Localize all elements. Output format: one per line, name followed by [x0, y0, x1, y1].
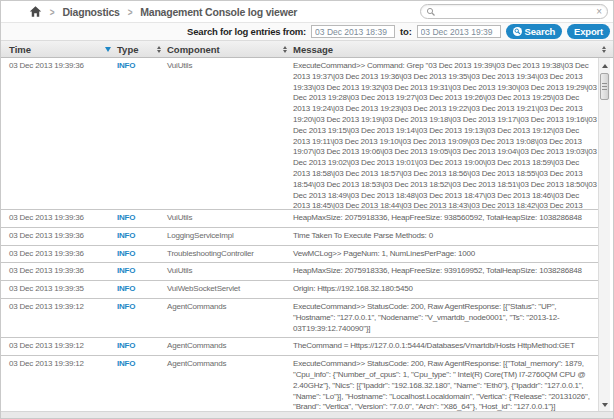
table-row: 03 Dec 2013 19:39:36 INFO VuiUtils HeapM…: [1, 263, 599, 281]
log-filter-bar: Search for log entries from: to: Search …: [1, 23, 613, 41]
table-row: 03 Dec 2013 19:39:12 INFO AgentCommands …: [1, 356, 599, 417]
column-header-message[interactable]: Message: [293, 41, 597, 57]
cell-type: INFO: [117, 246, 167, 263]
cell-time: 03 Dec 2013 19:39:36: [1, 263, 117, 280]
cell-component: VuiUtils: [167, 210, 293, 227]
cell-component: VuiUtils: [167, 263, 293, 280]
cell-message: Origin: Https://192.168.32.180:5450: [293, 281, 599, 298]
cell-component: TroubleshootingController: [167, 246, 293, 263]
cell-component: AgentCommands: [167, 338, 293, 355]
search-icon: [426, 7, 436, 17]
scrollbar-thumb[interactable]: [600, 73, 609, 100]
cell-message: ExecuteCommand>> Command: Grep "03 Dec 2…: [293, 58, 599, 209]
cell-type: INFO: [117, 210, 167, 227]
table-row: 03 Dec 2013 19:39:36 INFO Troubleshootin…: [1, 246, 599, 264]
cell-type: INFO: [117, 299, 167, 337]
page-title: Management Console log viewer: [140, 6, 297, 18]
sort-updown-icon: [602, 46, 606, 53]
cell-message: ExecuteCommand>> StatusCode: 200, Raw Ag…: [293, 356, 599, 416]
cell-message: ExecuteCommand>> StatusCode: 200, Raw Ag…: [293, 299, 599, 337]
column-label-type: Type: [117, 44, 138, 55]
table-row: 03 Dec 2013 19:39:36 INFO LoggingService…: [1, 228, 599, 246]
cell-message: Time Taken To Execute Parse Methods: 0: [293, 228, 599, 245]
cell-time: 03 Dec 2013 19:39:36: [1, 58, 117, 209]
cell-time: 03 Dec 2013 19:39:12: [1, 299, 117, 337]
cell-time: 03 Dec 2013 19:39:35: [1, 281, 117, 298]
global-search-box: ×: [420, 4, 608, 19]
cell-time: 03 Dec 2013 19:39:36: [1, 210, 117, 227]
table-row: 03 Dec 2013 19:39:35 INFO VuiWebSocketSe…: [1, 281, 599, 299]
sort-desc-icon: [105, 47, 111, 52]
cell-time: 03 Dec 2013 19:39:12: [1, 338, 117, 355]
chevron-right-icon: >: [50, 6, 55, 18]
column-header-component[interactable]: Component: [167, 41, 293, 57]
table-row: 03 Dec 2013 19:39:12 INFO AgentCommands …: [1, 299, 599, 338]
column-header-time[interactable]: Time: [1, 41, 117, 57]
cell-time: 03 Dec 2013 19:39:36: [1, 246, 117, 263]
horizontal-scrollbar-track[interactable]: [1, 411, 613, 418]
breadcrumb-bar: > Diagnostics > Management Console log v…: [1, 1, 613, 23]
cell-time: 03 Dec 2013 19:39:36: [1, 228, 117, 245]
filter-from-label: Search for log entries from:: [187, 26, 306, 37]
to-date-input[interactable]: [417, 25, 501, 38]
search-button[interactable]: Search: [506, 24, 563, 39]
cell-type: INFO: [117, 228, 167, 245]
cell-component: VuiWebSocketServlet: [167, 281, 293, 298]
log-table-body: 03 Dec 2013 19:39:36 INFO VuiUtils Execu…: [1, 58, 599, 419]
cell-type: INFO: [117, 281, 167, 298]
search-icon: [513, 27, 522, 36]
mc-log-viewer-window: > Diagnostics > Management Console log v…: [0, 0, 614, 419]
cell-type: INFO: [117, 356, 167, 416]
close-icon[interactable]: ×: [596, 7, 602, 17]
cell-component: LoggingServiceImpl: [167, 228, 293, 245]
cell-component: AgentCommands: [167, 299, 293, 337]
log-table-header: Time Type Component Message: [1, 41, 613, 58]
global-search-input[interactable]: [440, 6, 592, 17]
cell-type: INFO: [117, 58, 167, 209]
cell-component: VuiUtils: [167, 58, 293, 209]
table-row: 03 Dec 2013 19:39:36 INFO VuiUtils HeapM…: [1, 210, 599, 228]
cell-type: INFO: [117, 263, 167, 280]
scroll-up-arrow[interactable]: [599, 61, 610, 71]
cell-message: TheCommand = Https://127.0.0.1:5444/Data…: [293, 338, 599, 355]
column-label-component: Component: [167, 44, 220, 55]
cell-message: VewMCLog>> PageNum: 1, NumLinesPerPage: …: [293, 246, 599, 263]
export-button-label: Export: [574, 26, 603, 37]
column-header-type[interactable]: Type: [117, 41, 167, 57]
column-label-message: Message: [293, 44, 333, 55]
log-table-body-area: 03 Dec 2013 19:39:36 INFO VuiUtils Execu…: [1, 58, 613, 413]
from-date-input[interactable]: [311, 25, 395, 38]
breadcrumb-diagnostics[interactable]: Diagnostics: [62, 6, 119, 18]
column-header-message-sort[interactable]: [597, 41, 613, 57]
search-button-label: Search: [525, 26, 556, 37]
column-label-time: Time: [9, 44, 31, 55]
cell-component: AgentCommands: [167, 356, 293, 416]
cell-message: HeapMaxSize: 2075918336, HeapFreeSize: 9…: [293, 210, 599, 227]
table-row: 03 Dec 2013 19:39:36 INFO VuiUtils Execu…: [1, 58, 599, 210]
sort-updown-icon: [283, 46, 287, 53]
table-row: 03 Dec 2013 19:39:12 INFO AgentCommands …: [1, 338, 599, 356]
cell-type: INFO: [117, 338, 167, 355]
sort-updown-icon: [157, 46, 161, 53]
scroll-down-arrow[interactable]: [599, 400, 610, 410]
cell-message: HeapMaxSize: 2075918336, HeapFreeSize: 9…: [293, 263, 599, 280]
home-icon[interactable]: [29, 5, 42, 18]
cell-time: 03 Dec 2013 19:39:12: [1, 356, 117, 416]
filter-to-label: to:: [400, 26, 412, 37]
export-button[interactable]: Export: [567, 24, 610, 39]
vertical-scrollbar[interactable]: [598, 58, 610, 413]
chevron-right-icon: >: [128, 6, 133, 18]
